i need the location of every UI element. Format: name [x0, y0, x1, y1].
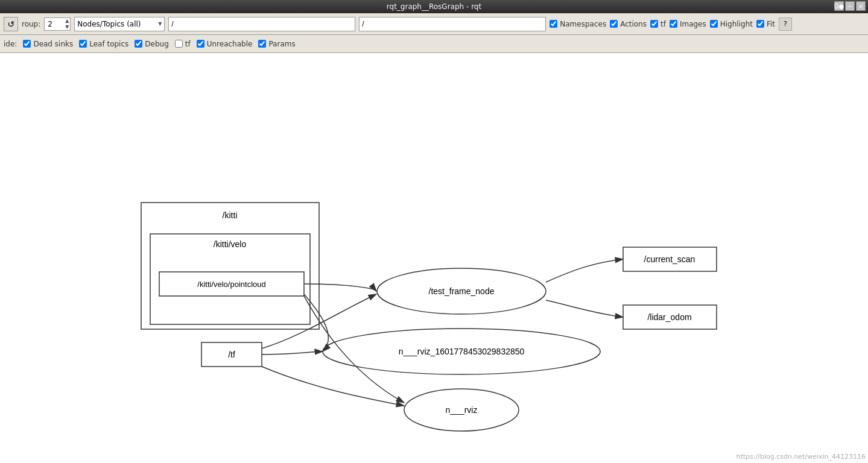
cb-fit: Fit	[756, 20, 775, 28]
fit-checkbox[interactable]	[756, 20, 764, 28]
namespaces-checkbox[interactable]	[550, 20, 557, 28]
toolbar-row1: ↺ roup: 2 ▲ ▼ Nodes/Topics (all) ▼ Names…	[0, 13, 868, 35]
leaf-topics-checkbox[interactable]	[79, 40, 87, 48]
hide-label: ide:	[4, 40, 17, 48]
ros-graph-svg: /kitti /kitti/velo /kitti/velo/pointclou…	[0, 53, 868, 463]
actions-label: Actions	[620, 20, 647, 28]
combo-arrow-icon: ▼	[158, 21, 162, 27]
params-checkbox[interactable]	[258, 40, 266, 48]
combo-value: Nodes/Topics (all)	[77, 20, 141, 28]
tf-checkbox[interactable]	[650, 20, 658, 28]
dead-sinks-label: Dead sinks	[33, 40, 73, 48]
edge-tfn-to-cs	[546, 259, 623, 282]
graph-canvas[interactable]: /kitti /kitti/velo /kitti/velo/pointclou…	[0, 53, 868, 463]
debug-label: Debug	[145, 40, 168, 48]
edge-tf-to-rviz-short	[262, 367, 404, 406]
fit-label: Fit	[767, 20, 775, 28]
cb-dead-sinks: Dead sinks	[23, 40, 73, 48]
edge-tf-to-rviz-long	[262, 351, 323, 354]
rviz-short-label: n___rviz	[446, 405, 478, 415]
spinbox-down[interactable]: ▼	[65, 24, 69, 30]
cb-tf2: tf	[175, 40, 191, 48]
namespaces-label: Namespaces	[560, 20, 606, 28]
watermark: https://blog.csdn.net/weixin_44123116	[736, 453, 866, 461]
spinbox-up[interactable]: ▲	[65, 18, 69, 24]
group-label: roup:	[22, 20, 40, 28]
rviz-long-label: n___rviz_1601778453029832850	[399, 347, 525, 356]
cb-highlight: Highlight	[710, 20, 753, 28]
tf2-label: tf	[185, 40, 191, 48]
highlight-label: Highlight	[720, 20, 753, 28]
lidar-odom-label: /lidar_odom	[647, 312, 691, 322]
refresh-icon: ↺	[7, 19, 14, 29]
actions-checkbox[interactable]	[610, 20, 618, 28]
params-label: Params	[268, 40, 295, 48]
unreachable-label: Unreachable	[207, 40, 253, 48]
tf2-checkbox[interactable]	[175, 40, 183, 48]
cb-actions: Actions	[610, 20, 647, 28]
cb-debug: Debug	[135, 40, 168, 48]
kitti-group-label: /kitti	[223, 210, 238, 220]
toolbar-row2: ide: Dead sinks Leaf topics Debug tf Unr…	[0, 35, 868, 53]
titlebar: rqt_graph__RosGraph - rqt D● − ×	[0, 0, 868, 13]
cb-namespaces: Namespaces	[550, 20, 606, 28]
close-button[interactable]: ×	[856, 1, 866, 11]
minimize-button[interactable]: −	[845, 1, 855, 11]
leaf-topics-label: Leaf topics	[89, 40, 128, 48]
help-button[interactable]: D●	[834, 1, 844, 11]
cb-tf: tf	[650, 20, 666, 28]
current-scan-label: /current_scan	[644, 254, 695, 264]
debug-checkbox[interactable]	[135, 40, 142, 48]
titlebar-title: rqt_graph__RosGraph - rqt	[387, 2, 481, 11]
kitti-velo-group-label: /kitti/velo	[214, 239, 247, 249]
filter2-input[interactable]	[359, 17, 546, 31]
cb-unreachable: Unreachable	[197, 40, 253, 48]
cb-leaf-topics: Leaf topics	[79, 40, 128, 48]
titlebar-buttons[interactable]: D● − ×	[834, 1, 866, 11]
unreachable-checkbox[interactable]	[197, 40, 204, 48]
highlight-checkbox[interactable]	[710, 20, 718, 28]
topic-filter-combo[interactable]: Nodes/Topics (all) ▼	[74, 17, 165, 31]
dead-sinks-checkbox[interactable]	[23, 40, 31, 48]
refresh-button[interactable]: ↺	[4, 17, 18, 31]
tf-label: tf	[661, 20, 666, 28]
cb-images: Images	[670, 20, 706, 28]
images-checkbox[interactable]	[670, 20, 677, 28]
kitti-velo-pc-label: /kitti/velo/pointcloud	[197, 280, 265, 289]
group-value: 2	[46, 20, 52, 28]
filter1-input[interactable]	[168, 17, 355, 31]
edge-tfn-to-lo	[546, 300, 623, 317]
images-label: Images	[680, 20, 706, 28]
group-spinbox[interactable]: 2 ▲ ▼	[44, 17, 71, 31]
tf-label: /tf	[228, 350, 235, 359]
test-frame-node-label: /test_frame_node	[429, 286, 495, 296]
help-icon-button[interactable]: ?	[779, 17, 792, 31]
cb-params: Params	[258, 40, 295, 48]
